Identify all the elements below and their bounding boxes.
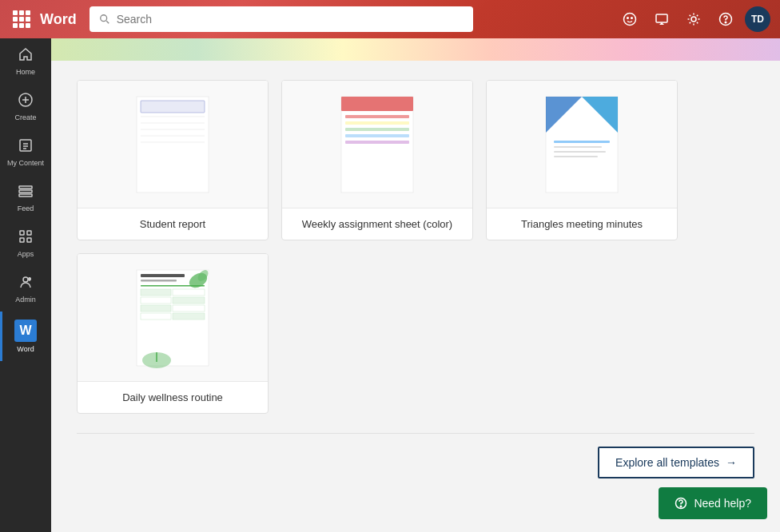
svg-point-23: [23, 277, 28, 282]
explore-all-templates-button[interactable]: Explore all templates →: [598, 447, 754, 478]
svg-rect-36: [345, 115, 409, 118]
svg-rect-57: [173, 297, 205, 304]
sidebar-item-admin-label: Admin: [15, 296, 36, 304]
search-icon: [99, 14, 110, 25]
student-report-preview-img: [133, 93, 213, 197]
template-card-daily-wellness[interactable]: Daily wellness routine: [77, 253, 269, 414]
feedback-icon-button[interactable]: [649, 6, 675, 32]
svg-rect-18: [19, 194, 32, 197]
sidebar-item-admin[interactable]: + Admin: [0, 266, 51, 312]
create-icon: [18, 92, 34, 110]
header-right-controls: TD: [617, 6, 770, 32]
svg-rect-39: [345, 134, 409, 137]
svg-rect-37: [345, 121, 409, 125]
svg-rect-60: [141, 313, 171, 320]
app-header: Word: [0, 0, 780, 38]
search-bar[interactable]: [90, 6, 473, 32]
svg-rect-56: [141, 297, 171, 304]
svg-point-65: [681, 506, 682, 507]
svg-rect-59: [173, 305, 205, 312]
template-preview-student-report: [78, 81, 268, 208]
explore-label: Explore all templates: [615, 456, 719, 469]
sidebar-item-feed[interactable]: Feed: [0, 175, 51, 220]
svg-rect-27: [141, 101, 205, 113]
bottom-bar: Explore all templates →: [77, 433, 754, 478]
svg-rect-47: [554, 156, 598, 157]
my-content-icon: [18, 137, 34, 156]
svg-rect-22: [27, 238, 31, 242]
waffle-icon: [13, 10, 30, 28]
svg-rect-40: [345, 141, 409, 144]
daily-wellness-preview-img: [133, 266, 213, 370]
app-logo: Word: [40, 11, 77, 28]
svg-rect-12: [20, 140, 31, 151]
avatar[interactable]: TD: [745, 6, 770, 32]
template-label-triangles-meeting: Triangles meeting minutes: [487, 208, 677, 240]
feed-icon: [18, 183, 34, 201]
template-label-daily-wellness: Daily wellness routine: [78, 382, 268, 413]
svg-rect-58: [141, 305, 171, 312]
apps-icon: [18, 228, 34, 247]
admin-icon: +: [18, 274, 34, 292]
svg-point-6: [691, 17, 696, 22]
template-preview-triangles-meeting: [487, 81, 677, 208]
sidebar-item-apps-label: Apps: [18, 250, 34, 258]
svg-rect-19: [20, 231, 24, 235]
svg-rect-5: [656, 14, 667, 22]
template-preview-weekly-assignment: [282, 81, 472, 208]
svg-rect-20: [27, 231, 31, 235]
svg-text:+: +: [29, 276, 31, 281]
template-label-student-report: Student report: [78, 208, 268, 240]
settings-icon: [686, 12, 701, 26]
sidebar-item-apps[interactable]: Apps: [0, 220, 51, 266]
template-card-weekly-assignment[interactable]: Weekly assignment sheet (color): [281, 80, 473, 240]
template-grid: Student report Weekly assignment sheet (…: [77, 80, 754, 414]
svg-rect-52: [141, 280, 177, 282]
template-preview-daily-wellness: [78, 254, 268, 382]
sidebar-item-word[interactable]: W Word: [0, 312, 51, 361]
template-label-weekly-assignment: Weekly assignment sheet (color): [282, 208, 472, 240]
svg-rect-55: [173, 289, 205, 296]
weekly-assignment-preview-img: [337, 93, 417, 197]
svg-line-1: [106, 21, 109, 23]
svg-rect-46: [554, 151, 606, 153]
svg-rect-45: [554, 146, 602, 148]
template-card-student-report[interactable]: Student report: [77, 80, 269, 240]
sidebar-item-feed-label: Feed: [18, 204, 34, 212]
help-icon: [718, 12, 733, 26]
search-input[interactable]: [117, 13, 464, 26]
svg-rect-53: [141, 285, 205, 287]
svg-rect-44: [554, 141, 610, 143]
svg-rect-54: [141, 289, 171, 296]
settings-icon-button[interactable]: [681, 6, 706, 32]
svg-rect-38: [345, 128, 409, 131]
need-help-button[interactable]: Need help?: [659, 487, 767, 519]
smiley-icon-button[interactable]: [617, 6, 643, 32]
banner-strip: [51, 38, 780, 61]
sidebar-item-home-label: Home: [16, 68, 35, 76]
svg-point-3: [627, 18, 629, 19]
sidebar-item-create[interactable]: Create: [0, 84, 51, 129]
main-content: Student report Weekly assignment sheet (…: [51, 61, 780, 532]
svg-rect-21: [20, 238, 24, 242]
help-icon-button[interactable]: [713, 6, 738, 32]
svg-point-4: [631, 18, 633, 19]
feedback-icon: [655, 12, 669, 26]
sidebar: Home Create My Content: [0, 0, 51, 532]
svg-point-0: [100, 15, 106, 22]
waffle-menu-button[interactable]: [10, 7, 34, 31]
svg-rect-35: [341, 97, 413, 111]
sidebar-item-my-content[interactable]: My Content: [0, 129, 51, 175]
svg-rect-61: [173, 313, 205, 320]
sidebar-item-create-label: Create: [14, 113, 36, 121]
triangles-meeting-preview-img: [542, 93, 622, 197]
template-card-triangles-meeting[interactable]: Triangles meeting minutes: [486, 80, 678, 240]
sidebar-item-word-label: Word: [17, 345, 34, 353]
explore-arrow-icon: →: [726, 456, 737, 469]
svg-rect-51: [141, 274, 185, 277]
need-help-label: Need help?: [694, 497, 751, 510]
home-icon: [18, 46, 34, 65]
svg-rect-17: [19, 190, 32, 193]
need-help-icon: [675, 497, 687, 510]
sidebar-item-home[interactable]: Home: [0, 38, 51, 84]
